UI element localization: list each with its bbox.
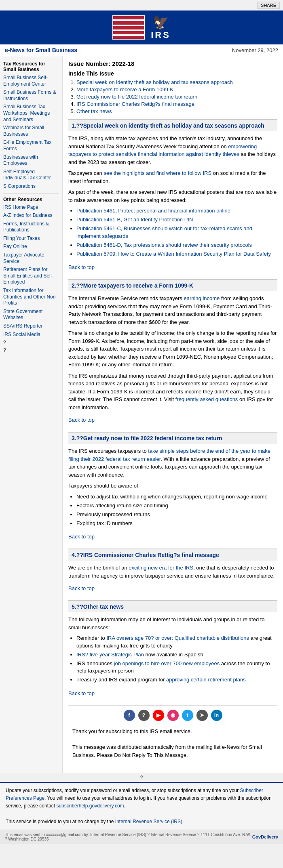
section-1-p1: The IRS, along with state tax agencies a… [68, 135, 277, 166]
subscriber-help-link[interactable]: subscriberhelp.govdelivery.com [56, 803, 124, 809]
irs-text: IRS [151, 30, 171, 40]
list-item: Need to adjust tax withholding when chan… [76, 493, 277, 500]
list-item: Publication 5461-B, Get an Identity Prot… [76, 216, 277, 223]
sidebar-resources-title: Tax Resources for Small Business [3, 61, 59, 72]
back-to-top-4[interactable]: Back to top [68, 585, 95, 591]
s4-link-1[interactable]: exciting new era for the IRS [129, 565, 193, 571]
sidebar-question-1: ? [3, 340, 59, 345]
sidebar-item-state-gov[interactable]: State Government Websites [3, 309, 59, 321]
sidebar-item-workshops[interactable]: Small Business Tax Workshops, Meetings a… [3, 104, 59, 123]
enews-bar: e-News for Small Business November 29, 2… [0, 44, 283, 56]
section-4-heading: 4.??IRS Commissioner Charles Rettig?s fi… [68, 549, 277, 561]
s1-pub-link-5[interactable]: Publication 5709, How to Create a Writte… [76, 251, 271, 257]
s1-pub-link-1[interactable]: Publication 5461, Protect personal and f… [76, 208, 230, 214]
back-to-top-3[interactable]: Back to top [68, 534, 95, 540]
s5-link-3[interactable]: job openings to hire over 700 new employ… [114, 660, 220, 666]
section-4-p1: We are on the brink of an exciting new e… [68, 564, 277, 580]
enews-date: November 29, 2022 [232, 47, 278, 53]
section-3-bullets: Need to adjust tax withholding when chan… [76, 493, 277, 528]
flag-image [112, 15, 145, 40]
section-3-p1: The IRS encourages taxpayers to take sim… [68, 447, 277, 479]
toc-link-2[interactable]: More taxpayers to receive a Form 1099-K [76, 86, 173, 92]
s5-link-2[interactable]: IRS? five-year Strategic Plan [76, 652, 144, 658]
section-3-heading: 3.??Get ready now to file 2022 federal i… [68, 432, 277, 444]
irs-logo: 🦅 IRS [151, 15, 171, 40]
back-to-top-2[interactable]: Back to top [68, 417, 95, 423]
back-to-top-5[interactable]: Back to top [68, 690, 95, 696]
s3-link-1[interactable]: take simple steps before the end of the … [68, 448, 270, 462]
instagram-icon[interactable]: ◉ [167, 710, 179, 721]
sidebar-other-title: Other Resources [3, 197, 59, 202]
social-icons: f ? ▶ ◉ t ➤ in [72, 710, 273, 721]
youtube-icon[interactable]: ▶ [153, 710, 164, 721]
back-to-top-1[interactable]: Back to top [68, 264, 95, 270]
list-item: Previously unprocessed returns [76, 511, 277, 518]
list-item: Publication 5709, How to Create a Writte… [76, 250, 277, 258]
sidebar-item-forms-pubs[interactable]: Forms, Instructions & Publications [3, 221, 59, 233]
toc-link-4[interactable]: IRS Commissioner Charles Rettig?s final … [76, 101, 194, 107]
toc-item-5: Other tax news [76, 108, 277, 114]
eagle-icon: 🦅 [153, 15, 169, 30]
bottom-p1: Update your subscriptions, modify your p… [6, 787, 277, 810]
issue-number: Issue Number: 2022-18 [68, 60, 277, 67]
sidebar-item-efile[interactable]: E-file Employment Tax Forms [3, 139, 59, 152]
linkedin-icon[interactable]: in [211, 710, 222, 721]
twitter-icon[interactable]: t [182, 710, 193, 721]
sidebar-item-s-corps[interactable]: S Corporations [3, 183, 59, 190]
header-banner: 🦅 IRS [0, 11, 283, 44]
toc-item-1: Special week on identity theft as holida… [76, 79, 277, 85]
section-1-heading: 1.??Special week on identity theft as ho… [68, 119, 277, 131]
main-layout: Tax Resources for Small Business Small B… [0, 56, 283, 773]
s1-pub-link-3[interactable]: Publication 5461-C, Businesses should wa… [76, 225, 252, 239]
toc-link-3[interactable]: Get ready now to file 2022 federal incom… [76, 94, 197, 100]
social-icon-2[interactable]: ? [138, 710, 150, 721]
section-3-p2: Taxpayers should be aware of: [68, 482, 277, 490]
s5-link-4[interactable]: approving certain retirement plans [166, 677, 246, 683]
section-5-p1: The following information may be of inte… [68, 616, 277, 631]
sidebar-item-az-index[interactable]: A-Z Index for Business [3, 212, 59, 219]
share-button[interactable]: SHARE [257, 2, 280, 9]
toc-link-5[interactable]: Other tax news [76, 108, 112, 114]
irs-link[interactable]: Internal Revenue Service (IRS) [115, 819, 182, 824]
section-5-heading: 5.??Other tax news [68, 600, 277, 612]
main-content: Issue Number: 2022-18 Inside This Issue … [63, 56, 283, 773]
bottom-p2: This service is provided to you at no ch… [6, 818, 277, 826]
sidebar-item-pay-online[interactable]: Pay Online [3, 244, 59, 250]
sidebar-item-ssa-irs[interactable]: SSA/IRS Reporter [3, 323, 59, 330]
s5-link-1[interactable]: IRA owners age 70? or over: Qualified ch… [106, 635, 249, 641]
s2-link-1[interactable]: earning income [184, 295, 220, 301]
sidebar-item-charities[interactable]: Tax Information for Charities and Other … [3, 288, 59, 307]
list-item: Reminder to IRA owners age 70? or over: … [76, 635, 277, 649]
footer-bar: This email was sent to xxxxxxx@gmail.com… [0, 830, 283, 844]
sidebar-item-taxpayer-advocate[interactable]: Taxpayer Advocate Service [3, 252, 59, 265]
s2-link-faq[interactable]: frequently asked questions [175, 396, 238, 402]
section-2-p2: There is no change to the taxability of … [68, 329, 277, 369]
sidebar-item-filing[interactable]: Filing Your Taxes [3, 235, 59, 242]
list-item: Factors affecting refund size and timing [76, 502, 277, 509]
sidebar-item-irs-home[interactable]: IRS Home Page [3, 204, 59, 211]
footer-text-2: This message was distributed automatical… [72, 741, 273, 761]
s1-link-1[interactable]: empowering taxpayers to protect sensitiv… [68, 143, 257, 158]
sidebar: Tax Resources for Small Business Small B… [0, 56, 63, 773]
facebook-icon[interactable]: f [124, 710, 135, 721]
toc-link-1[interactable]: Special week on identity theft as holida… [76, 79, 233, 85]
subscriber-prefs-link[interactable]: Subscriber Preferences Page [6, 788, 263, 801]
sidebar-item-self-employed[interactable]: Self-Employed Individuals Tax Center [3, 169, 59, 181]
sidebar-item-self-employment[interactable]: Small Business Self-Employment Center [3, 75, 59, 87]
list-item: Expiring tax ID numbers [76, 520, 277, 527]
section-2-p3: The IRS emphasizes that money received t… [68, 372, 277, 412]
list-item: Publication 5461-D, Tax professionals sh… [76, 242, 277, 249]
social-icon-6[interactable]: ➤ [196, 710, 208, 721]
s1-link-2[interactable]: see the highlights and find where to fol… [103, 170, 211, 176]
sidebar-item-webinars[interactable]: Webinars for Small Businesses [3, 125, 59, 137]
s1-pub-link-2[interactable]: Publication 5461-B, Get an Identity Prot… [76, 216, 193, 223]
sidebar-item-forms-instructions[interactable]: Small Business Forms & Instructions [3, 89, 59, 102]
sidebar-item-retirement-plans[interactable]: Retirement Plans for Small Entities and … [3, 267, 59, 286]
list-item: Publication 5461-C, Businesses should wa… [76, 225, 277, 240]
list-item: Publication 5461, Protect personal and f… [76, 207, 277, 214]
section-1-p2: Taxpayers can see the highlights and fin… [68, 169, 277, 185]
s1-pub-link-4[interactable]: Publication 5461-D, Tax professionals sh… [76, 242, 252, 248]
sidebar-item-businesses-employees[interactable]: Businesses with Employees [3, 154, 59, 167]
sidebar-item-irs-social[interactable]: IRS Social Media [3, 332, 59, 338]
table-of-contents: Special week on identity theft as holida… [76, 79, 277, 114]
